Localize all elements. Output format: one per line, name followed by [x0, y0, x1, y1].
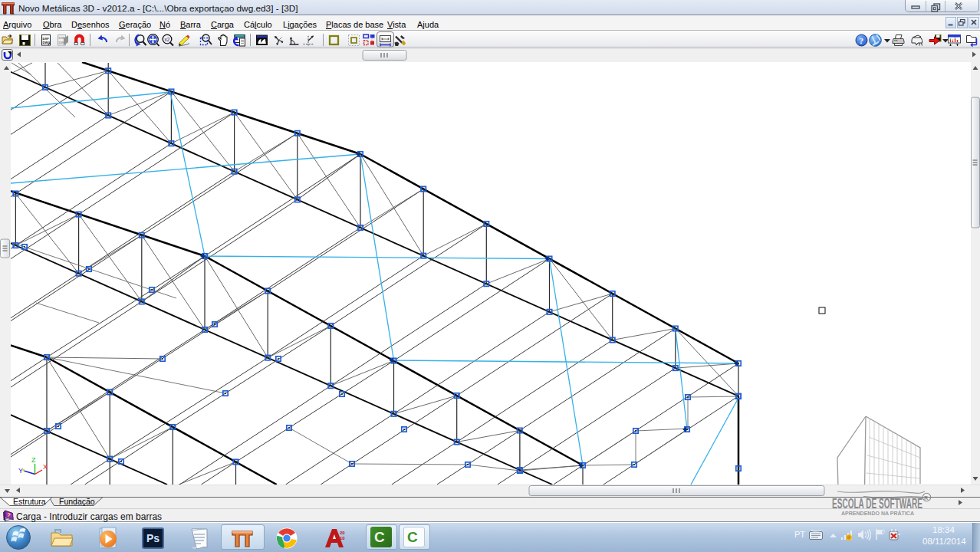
svg-text:20: 20 [340, 531, 345, 535]
svg-text:Fundação: Fundação [59, 497, 95, 506]
svg-text:10: 10 [340, 536, 345, 540]
svg-text:DXF: DXF [43, 37, 50, 41]
svg-text:Estrutura: Estrutura [13, 497, 46, 506]
svg-text:R: R [924, 495, 929, 501]
svg-text:x2: x2 [165, 37, 170, 42]
svg-text:Y: Y [18, 467, 23, 475]
svg-text:DWG: DWG [43, 41, 51, 44]
svg-text:APRENDENDO NA PRÁTICA: APRENDENDO NA PRÁTICA [841, 510, 914, 516]
svg-text:X: X [43, 463, 48, 471]
svg-text:Z: Z [31, 456, 36, 464]
svg-text:?: ? [860, 36, 864, 45]
svg-text:ESCOLA DE SOFTWARE: ESCOLA DE SOFTWARE [832, 495, 922, 511]
